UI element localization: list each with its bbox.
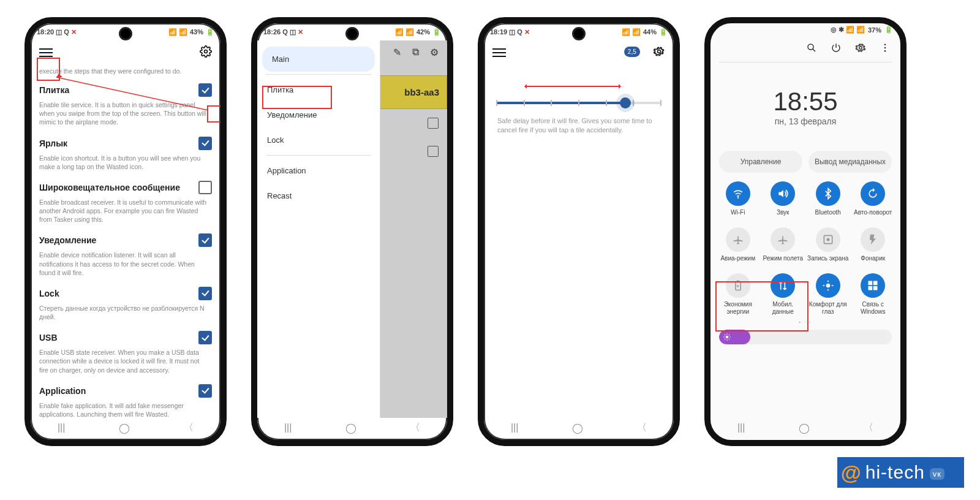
- svg-line-29: [725, 335, 725, 335]
- more-icon[interactable]: [880, 42, 891, 56]
- svg-point-15: [826, 284, 830, 288]
- delay-slider[interactable]: 2,5: [484, 65, 674, 109]
- slider-thumb[interactable]: [620, 97, 631, 108]
- data-icon: [771, 273, 795, 298]
- win-icon: [861, 273, 885, 298]
- setting-title: Ярлык: [39, 138, 67, 148]
- setting-description: Стереть данные когда устройство не разбл…: [39, 304, 212, 321]
- setting-row[interactable]: Ярлык: [39, 137, 212, 150]
- qs-tile[interactable]: Экономия энергии: [717, 273, 760, 316]
- checkbox[interactable]: [198, 331, 212, 344]
- hamburger-menu-icon[interactable]: [39, 46, 53, 59]
- eye-icon: [816, 273, 840, 298]
- drawer-item[interactable]: Lock: [257, 127, 380, 153]
- qs-tile[interactable]: Bluetooth: [807, 181, 850, 224]
- tile-label: Связь с Windows: [852, 301, 895, 316]
- setting-description: Enable broadcast receiver. It is useful …: [39, 198, 212, 224]
- tile-label: Bluetooth: [807, 209, 850, 224]
- svg-rect-23: [873, 286, 878, 290]
- svg-point-6: [859, 47, 862, 50]
- setting-title: Lock: [39, 289, 59, 298]
- tile-label: Запись экрана: [807, 255, 850, 270]
- tile-label: Комфорт для глаз: [807, 301, 850, 316]
- brightness-slider[interactable]: [719, 330, 892, 344]
- svg-point-12: [826, 238, 829, 241]
- sound-icon: [771, 181, 795, 206]
- svg-line-5: [813, 49, 815, 51]
- drawer-item[interactable]: Recast: [257, 183, 380, 208]
- page-indicator: • · ·: [710, 319, 900, 325]
- plane-icon: [771, 227, 795, 252]
- checkbox[interactable]: [198, 233, 212, 247]
- media-output-button[interactable]: Вывод медиаданных: [809, 151, 892, 173]
- tile-label: Звук: [762, 209, 805, 224]
- tile-label: Фонарик: [852, 255, 895, 270]
- rotate-icon: [861, 181, 885, 206]
- phone-1-settings: 18:20 ◫ Q ✕ 📶 📶 43%🔋 execute the steps t…: [24, 17, 227, 446]
- setting-title: Плитка: [39, 85, 69, 95]
- qs-tile[interactable]: Авто-поворот: [852, 181, 895, 224]
- qs-tile[interactable]: Режим полета: [762, 227, 805, 270]
- setting-row[interactable]: Application: [39, 384, 212, 398]
- setting-row[interactable]: Широковещательное сообщение: [39, 181, 212, 194]
- qs-tile[interactable]: Wi-Fi: [717, 181, 760, 224]
- drawer-item[interactable]: Main: [262, 47, 375, 72]
- checkbox[interactable]: [198, 181, 212, 194]
- android-nav-bar[interactable]: |||◯〈: [710, 419, 900, 436]
- checkbox[interactable]: [198, 137, 212, 150]
- svg-rect-21: [873, 281, 878, 286]
- status-bar: ◎ ✱ 📶 📶37%🔋: [710, 23, 900, 36]
- svg-line-31: [725, 339, 725, 339]
- setting-description: Enable device notification listener. It …: [39, 251, 212, 277]
- settings-gear-icon[interactable]: [200, 45, 212, 60]
- phone-4-quick-settings: ◎ ✱ 📶 📶37%🔋 18:55 пн, 13 февраля Управле…: [704, 17, 907, 446]
- scrim[interactable]: [380, 40, 447, 418]
- nav-drawer: MainПлиткаУведомлениеLockApplicationReca…: [257, 40, 380, 418]
- android-nav-bar[interactable]: |||◯〈: [257, 419, 447, 436]
- qs-tile[interactable]: Связь с Windows: [852, 273, 895, 316]
- android-nav-bar[interactable]: |||◯〈: [484, 419, 674, 436]
- drawer-item[interactable]: Application: [257, 158, 380, 183]
- qs-tile[interactable]: Запись экрана: [807, 227, 850, 270]
- search-icon[interactable]: [806, 42, 817, 56]
- svg-point-24: [726, 336, 729, 339]
- tile-label: Мобил. данные: [762, 301, 805, 316]
- svg-rect-22: [869, 286, 873, 290]
- phone-2-drawer: 18:26 Q ◫ ✕ 📶 📶 42%🔋 ✎ ⧉ ⚙ bb3-aa3 MainП…: [251, 17, 453, 446]
- settings-gear-icon[interactable]: [855, 42, 866, 56]
- qs-tile[interactable]: Комфорт для глаз: [807, 273, 850, 316]
- flash-icon: [861, 227, 885, 252]
- status-bar: 18:20 ◫ Q ✕ 📶 📶 43%🔋: [31, 23, 221, 40]
- android-nav-bar[interactable]: |||◯〈: [31, 419, 221, 436]
- checkbox[interactable]: [198, 384, 212, 398]
- setting-row[interactable]: Плитка: [39, 83, 212, 97]
- svg-point-4: [808, 44, 813, 50]
- setting-row[interactable]: USB: [39, 331, 212, 344]
- checkbox[interactable]: [198, 83, 212, 97]
- setting-row[interactable]: Lock: [39, 287, 212, 300]
- drawer-item[interactable]: Уведомление: [257, 102, 380, 127]
- qs-tile[interactable]: Звук: [762, 181, 805, 224]
- svg-point-0: [205, 50, 208, 53]
- watermark: hi-techvк: [837, 457, 964, 488]
- plane-icon: [726, 227, 750, 252]
- setting-title: Уведомление: [39, 235, 96, 245]
- checkbox[interactable]: [198, 287, 212, 300]
- qs-tile[interactable]: Мобил. данные: [762, 273, 805, 316]
- setting-description: Enable tile service. It is a button in q…: [39, 100, 212, 127]
- bt-icon: [816, 181, 840, 206]
- status-bar: 18:19 ◫ Q ✕ 📶 📶 44%🔋: [484, 23, 674, 40]
- setting-row[interactable]: Уведомление: [39, 233, 212, 247]
- settings-gear-icon[interactable]: [653, 45, 665, 60]
- svg-line-32: [729, 335, 729, 335]
- quick-settings-tiles: Wi-FiЗвукBluetoothАвто-поворотАвиа-режим…: [710, 181, 900, 316]
- setting-description: Enable USB state receiver. When you make…: [39, 348, 212, 374]
- power-icon[interactable]: [831, 42, 842, 56]
- drawer-item[interactable]: Плитка: [257, 77, 380, 102]
- svg-point-3: [658, 50, 661, 53]
- qs-tile[interactable]: Фонарик: [852, 227, 895, 270]
- devices-button[interactable]: Управление: [719, 151, 802, 173]
- svg-point-9: [884, 50, 886, 52]
- hamburger-menu-icon[interactable]: [492, 46, 506, 59]
- qs-tile[interactable]: Авиа-режим: [717, 227, 760, 270]
